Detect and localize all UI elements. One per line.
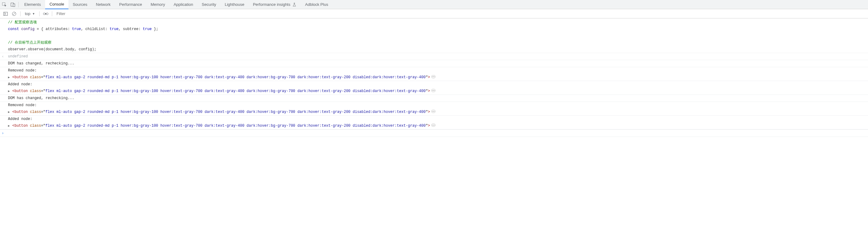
svg-line-6 [13, 12, 16, 15]
ellipsis-icon[interactable] [431, 124, 436, 127]
undefined-value: undefined [8, 54, 868, 59]
console-element-line[interactable]: ▶<button class="flex ml-auto gap-2 round… [0, 88, 868, 95]
svg-point-13 [432, 90, 433, 91]
empty-line [8, 33, 868, 39]
expand-icon[interactable]: ▶ [8, 89, 11, 94]
expand-icon[interactable]: ▶ [8, 110, 11, 114]
svg-point-22 [433, 125, 434, 126]
svg-point-15 [434, 90, 435, 91]
console-output: // 配置观察选项 const config = { attributes: t… [0, 19, 868, 142]
tab-console[interactable]: Console [45, 0, 68, 9]
code-line: const config = { attributes: true, child… [8, 26, 868, 32]
separator [20, 11, 21, 16]
device-toolbar-icon[interactable] [9, 0, 17, 9]
devtools-tabbar: Elements Console Sources Network Perform… [0, 0, 868, 9]
element-preview: ▶<button class="flex ml-auto gap-2 round… [8, 123, 868, 129]
ellipsis-icon[interactable] [431, 75, 436, 78]
tab-adblock-plus[interactable]: Adblock Plus [301, 0, 332, 9]
inspect-icon[interactable] [0, 0, 9, 9]
console-log-line: DOM has changed, rechecking... [0, 60, 868, 67]
context-label: top [25, 11, 30, 16]
tab-network[interactable]: Network [92, 0, 115, 9]
svg-point-9 [432, 76, 433, 77]
svg-point-18 [433, 111, 434, 112]
console-log-line: Removed node: [0, 102, 868, 109]
console-toolbar: top ▼ [0, 9, 868, 19]
separator [52, 11, 52, 16]
expand-icon[interactable]: ▶ [8, 75, 11, 80]
filter-input[interactable] [55, 10, 110, 17]
code-line: observer.observe(document.body, config); [8, 47, 868, 52]
tab-performance[interactable]: Performance [115, 0, 146, 9]
svg-rect-3 [4, 12, 8, 15]
log-text: Removed node: [8, 68, 868, 73]
console-prompt[interactable]: › [0, 130, 868, 136]
console-log-line: Removed node: [0, 67, 868, 74]
log-text: DOM has changed, rechecking... [8, 95, 868, 101]
console-return-line: ‹ undefined [0, 53, 868, 60]
svg-point-10 [433, 76, 434, 77]
tab-lighthouse[interactable]: Lighthouse [220, 0, 249, 9]
console-log-line: DOM has changed, rechecking... [0, 95, 868, 102]
clear-console-icon[interactable] [10, 10, 18, 18]
element-preview: ▶<button class="flex ml-auto gap-2 round… [8, 88, 868, 94]
console-code-line: // 在目标节点上开始观察 [0, 39, 868, 46]
return-arrow-icon: ‹ [0, 54, 8, 59]
console-element-line[interactable]: ▶<button class="flex ml-auto gap-2 round… [0, 109, 868, 116]
tab-performance-insights[interactable]: Performance insights [249, 0, 301, 9]
svg-point-14 [433, 90, 434, 91]
prompt-icon: › [0, 130, 8, 136]
element-preview: ▶<button class="flex ml-auto gap-2 round… [8, 74, 868, 80]
console-code-line: observer.observe(document.body, config); [0, 46, 868, 53]
console-element-line[interactable]: ▶<button class="flex ml-auto gap-2 round… [0, 123, 868, 130]
log-text: DOM has changed, rechecking... [8, 61, 868, 66]
context-selector[interactable]: top ▼ [23, 10, 37, 18]
console-code-line [0, 33, 868, 39]
tab-application[interactable]: Application [169, 0, 198, 9]
svg-point-11 [434, 76, 435, 77]
log-text: Removed node: [8, 102, 868, 108]
flask-icon [292, 2, 297, 7]
console-log-line: Added node: [0, 81, 868, 88]
console-code-line: const config = { attributes: true, child… [0, 26, 868, 33]
svg-point-17 [432, 111, 433, 112]
sidebar-toggle-icon[interactable] [2, 10, 9, 18]
tab-elements[interactable]: Elements [20, 0, 45, 9]
ellipsis-icon[interactable] [431, 110, 436, 113]
log-text: Added node: [8, 116, 868, 122]
tab-sources[interactable]: Sources [68, 0, 92, 9]
log-text: Added node: [8, 81, 868, 87]
tab-security[interactable]: Security [197, 0, 220, 9]
console-log-line: Added node: [0, 116, 868, 123]
tab-label: Performance insights [253, 2, 290, 7]
separator [19, 2, 19, 7]
svg-point-23 [434, 125, 435, 126]
svg-rect-2 [13, 4, 15, 6]
console-code-line: // 配置观察选项 [0, 19, 868, 26]
console-element-line[interactable]: ▶<button class="flex ml-auto gap-2 round… [0, 74, 868, 81]
code-comment: // 配置观察选项 [8, 20, 868, 25]
tab-memory[interactable]: Memory [146, 0, 169, 9]
chevron-down-icon: ▼ [32, 12, 35, 15]
svg-point-21 [432, 125, 433, 126]
svg-point-19 [434, 111, 435, 112]
expand-icon[interactable]: ▶ [8, 124, 11, 128]
element-preview: ▶<button class="flex ml-auto gap-2 round… [8, 109, 868, 115]
ellipsis-icon[interactable] [431, 89, 436, 92]
code-comment: // 在目标节点上开始观察 [8, 40, 868, 45]
console-footer-blank [0, 136, 868, 142]
separator [39, 11, 40, 16]
live-expression-icon[interactable] [42, 10, 50, 18]
